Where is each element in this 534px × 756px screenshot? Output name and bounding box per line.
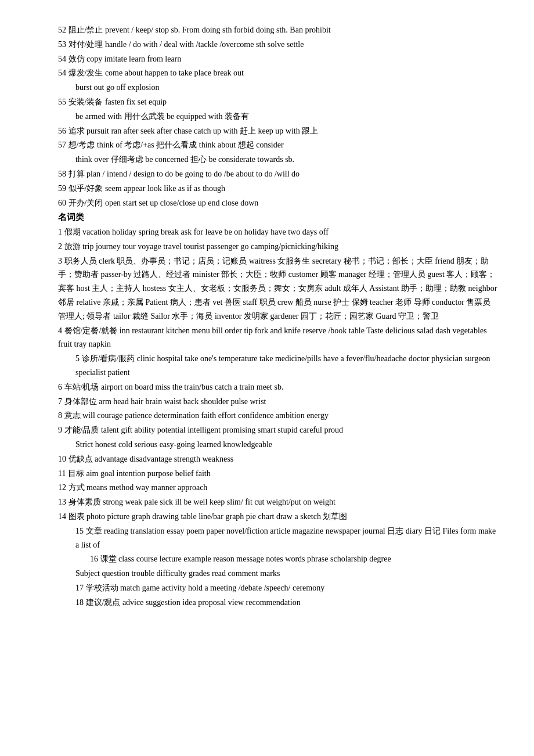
text-line-l34: 18 建议/观点 advice suggestion idea proposal… <box>75 596 499 610</box>
text-line-l4: 54 爆发/发生 come about happen to take place… <box>58 66 499 80</box>
text-line-l17: 3 职务人员 clerk 职员、办事员；书记；店员；记账员 waitress 女… <box>58 254 499 323</box>
text-line-l29: 14 图表 photo picture graph drawing table … <box>58 510 499 524</box>
text-line-l30: 15 文章 reading translation essay poem pap… <box>75 524 499 552</box>
text-line-l31: 16 课堂 class course lecture example reaso… <box>90 552 499 566</box>
text-line-l24: Strict honest cold serious easy-going le… <box>75 438 499 452</box>
text-line-l27: 12 方式 means method way manner approach <box>58 481 499 495</box>
text-line-l32: Subject question trouble difficulty grad… <box>75 567 499 581</box>
text-line-l28: 13 身体素质 strong weak pale sick ill be wel… <box>58 495 499 509</box>
text-line-l11: 58 打算 plan / intend / design to do be go… <box>58 167 499 181</box>
text-line-l33: 17 学校活动 match game activity hold a meeti… <box>75 581 499 595</box>
text-line-l2: 53 对付/处理 handle / do with / deal with /t… <box>58 38 499 52</box>
text-line-l7: be armed with 用什么武装 be equipped with 装备有 <box>75 110 499 124</box>
text-line-l20: 6 车站/机场 airport on board miss the train/… <box>58 380 499 394</box>
text-line-l3: 54 效仿 copy imitate learn from learn <box>58 52 499 66</box>
text-line-l23: 9 才能/品质 talent gift ability potential in… <box>58 423 499 437</box>
text-line-l21: 7 身体部位 arm head hair brain waist back sh… <box>58 395 499 409</box>
main-content: 52 阻止/禁止 prevent / keep/ stop sb. From d… <box>58 23 499 610</box>
text-line-l14: 名词类 <box>58 210 499 225</box>
text-line-l18: 4 餐馆/定餐/就餐 inn restaurant kitchen menu b… <box>58 324 499 352</box>
text-line-l8: 56 追求 pursuit ran after seek after chase… <box>58 124 499 138</box>
text-line-l6: 55 安装/装备 fasten fix set equip <box>58 95 499 109</box>
text-line-l9: 57 想/考虑 think of 考虑/+as 把什么看成 think abou… <box>58 138 499 152</box>
text-line-l12: 59 似乎/好象 seem appear look like as if as … <box>58 182 499 196</box>
text-line-l25: 10 优缺点 advantage disadvantage strength w… <box>58 452 499 466</box>
text-line-l10: think over 仔细考虑 be concerned 担心 be consi… <box>75 153 499 167</box>
text-line-l22: 8 意志 will courage patience determination… <box>58 409 499 423</box>
text-line-l13: 60 开办/关闭 open start set up close/close u… <box>58 196 499 210</box>
text-line-l1: 52 阻止/禁止 prevent / keep/ stop sb. From d… <box>58 23 499 37</box>
text-line-l16: 2 旅游 trip journey tour voyage travel tou… <box>58 240 499 254</box>
text-line-l19: 5 诊所/看病/服药 clinic hospital take one's te… <box>75 352 499 380</box>
text-line-l15: 1 假期 vacation holiday spring break ask f… <box>58 225 499 239</box>
text-line-l5: burst out go off explosion <box>75 81 499 95</box>
text-line-l26: 11 目标 aim goal intention purpose belief … <box>58 467 499 481</box>
